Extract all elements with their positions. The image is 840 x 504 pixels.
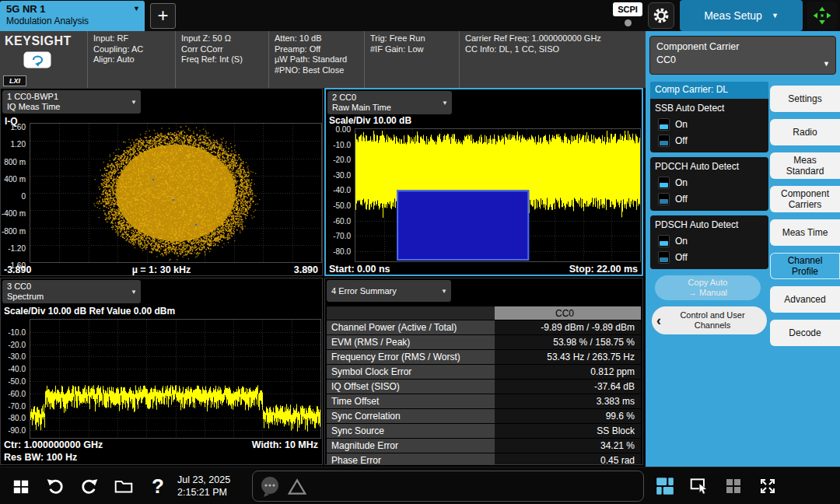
y-axis-tick: -1.20 xyxy=(8,244,26,253)
metric-value: SS Block xyxy=(495,424,641,438)
toggle-option-label: On xyxy=(675,236,688,247)
window-1-title-line2: IQ Meas Time xyxy=(7,102,125,112)
copy-auto-to-manual-button[interactable]: Copy Auto → Manual xyxy=(655,275,761,300)
triangle-annotation-button[interactable] xyxy=(287,477,307,500)
w1-ticks: 1.601.20800 m400 m0-400 m-800 m-1.20-1.6… xyxy=(1,126,28,268)
toggle-column: Comp Carrier: DL SSB Auto DetectOnOffPDC… xyxy=(650,82,768,334)
raw-main-time-canvas[interactable] xyxy=(355,129,640,261)
system-settings-button[interactable] xyxy=(648,2,674,29)
window-4-error-summary: 4 Error Summary ▼ CC0Channel Power (Acti… xyxy=(324,278,643,465)
window-1-title-dropdown[interactable]: 1 CC0-BWP1 IQ Meas Time ▼ xyxy=(2,90,141,114)
window-4-title-dropdown[interactable]: 4 Error Summary ▼ xyxy=(327,280,451,302)
scpi-indicator[interactable]: SCPI xyxy=(613,2,642,26)
toggle-option-pdsch-auto-detect-off[interactable]: Off xyxy=(650,249,768,265)
menu-tab-meas-standard[interactable]: Meas Standard xyxy=(770,152,840,179)
time-label: 2:15:21 PM xyxy=(177,486,230,499)
component-carrier-label: Component Carrier xyxy=(656,40,829,54)
metric-value: 53.98 % / 158.75 % xyxy=(495,335,641,349)
annotation-bar xyxy=(252,471,644,502)
window-3-title-dropdown[interactable]: 3 CC0 Spectrum ▼ xyxy=(2,280,141,303)
metric-label: Sync Correlation xyxy=(327,409,495,423)
menu-tab-component-carriers[interactable]: Component Carriers xyxy=(770,186,840,212)
metric-value: 53.43 Hz / 263.75 Hz xyxy=(495,350,641,364)
gear-icon xyxy=(652,6,670,25)
toggle-option-ssb-auto-detect-on[interactable]: On xyxy=(650,116,768,132)
analyzer-screen: 5G NR 1 Modulation Analysis ▼ + SCPI Mea… xyxy=(0,0,840,504)
y-axis-tick: -70.0 xyxy=(8,402,26,411)
control-and-user-channels-button[interactable]: ‹ Control and User Channels xyxy=(652,306,767,334)
file-button[interactable] xyxy=(109,471,138,501)
toggle-option-pdcch-auto-detect-off[interactable]: Off xyxy=(650,191,768,207)
y-axis-tick: -20.0 xyxy=(333,156,351,164)
window-2-raw-main-time: 2 CC0 Raw Main Time ▼ Scale/Div 10.00 dB… xyxy=(324,88,643,276)
y-axis-tick: -60.0 xyxy=(333,217,351,226)
table-row: EVM (RMS / Peak)53.98 % / 158.75 % xyxy=(327,335,641,350)
toggle-group-label: PDCCH Auto Detect xyxy=(650,159,768,174)
raw-main-time-plot-area xyxy=(355,128,641,262)
help-icon: ? xyxy=(152,474,164,499)
spectrum-canvas[interactable] xyxy=(30,320,320,438)
instrument-header: KEYSIGHT LXI Input: RFCoupling: ACAlign:… xyxy=(0,31,646,88)
toggle-option-label: On xyxy=(675,177,688,188)
iq-constellation-canvas[interactable] xyxy=(30,124,321,262)
datetime-display[interactable]: Jul 23, 2025 2:15:21 PM xyxy=(177,474,230,499)
screen-capture-button[interactable] xyxy=(684,471,714,501)
undo-button[interactable] xyxy=(40,471,70,501)
y-axis-tick: 400 m xyxy=(4,175,26,184)
metric-value: 0.812 ppm xyxy=(495,365,641,379)
metric-value: CC0 xyxy=(495,306,641,320)
menu-tab-decode[interactable]: Decode xyxy=(770,320,840,346)
toggle-option-label: On xyxy=(675,119,688,130)
w2-stop-label: Stop: 22.00 ms xyxy=(569,264,638,275)
metric-value: -9.89 dBm / -9.89 dBm xyxy=(495,320,641,334)
y-axis-tick: -30.0 xyxy=(333,171,351,180)
spectrum-plot-area xyxy=(30,319,321,439)
metric-label: Sync Source xyxy=(327,424,495,438)
windows-logo-icon xyxy=(12,478,30,495)
toggle-group-pdcch-auto-detect: PDCCH Auto DetectOnOff xyxy=(650,157,768,211)
window-2-title-dropdown[interactable]: 2 CC0 Raw Main Time ▼ xyxy=(327,91,452,114)
help-button[interactable]: ? xyxy=(143,471,173,501)
fullscreen-button[interactable] xyxy=(753,471,782,501)
menu-tab-radio[interactable]: Radio xyxy=(770,119,840,145)
window-3-spectrum: 3 CC0 Spectrum ▼ Scale/Div 10.00 dB Ref … xyxy=(0,278,323,465)
y-axis-tick: -80.0 xyxy=(8,414,26,422)
iq-plot-area xyxy=(30,123,322,263)
toggle-switch-icon xyxy=(658,177,670,189)
window-3-title-line2: Spectrum xyxy=(7,292,125,302)
toggle-option-pdcch-auto-detect-on[interactable]: On xyxy=(650,174,768,191)
meas-setup-button[interactable]: Meas Setup ▼ xyxy=(680,0,803,31)
menu-tab-advanced[interactable]: Advanced xyxy=(770,286,840,313)
toggle-option-label: Off xyxy=(675,252,688,263)
w3-center-freq: Ctr: 1.000000000 GHz xyxy=(4,439,103,450)
grid-layout-button[interactable] xyxy=(719,471,748,501)
windows-start-button[interactable] xyxy=(6,471,36,501)
menu-tab-meas-time[interactable]: Meas Time xyxy=(770,219,840,246)
add-tab-button[interactable]: + xyxy=(150,3,176,29)
metric-label: EVM (RMS / Peak) xyxy=(327,335,495,349)
menu-tab-settings[interactable]: Settings xyxy=(770,86,840,112)
table-row: Symbol Clock Error0.812 ppm xyxy=(327,365,641,380)
measurement-name: Modulation Analysis xyxy=(6,16,138,26)
scpi-label: SCPI xyxy=(613,2,642,16)
redo-button[interactable] xyxy=(75,471,104,501)
header-info-column: Carrier Ref Freq: 1.000000000 GHzCC Info… xyxy=(459,31,646,88)
menu-tab-channel-profile[interactable]: Channel Profile xyxy=(770,253,840,279)
metric-label: Channel Power (Active / Total) xyxy=(327,320,495,334)
screen-layout-button[interactable] xyxy=(807,2,837,30)
toggle-option-ssb-auto-detect-off[interactable]: Off xyxy=(650,132,768,149)
expand-arrows-icon xyxy=(758,477,777,495)
metric-label xyxy=(327,306,495,320)
toggle-option-pdsch-auto-detect-on[interactable]: On xyxy=(650,233,768,249)
window-tiles-button[interactable] xyxy=(650,471,680,501)
table-row: IQ Offset (SISO)-37.64 dB xyxy=(327,380,641,394)
toggle-group-ssb-auto-detect: SSB Auto DetectOnOff xyxy=(650,99,768,152)
w2-start-label: Start: 0.00 ns xyxy=(329,264,390,275)
component-carrier-dropdown[interactable]: Component Carrier CC0 ▼ xyxy=(649,36,836,75)
comment-bubble-button[interactable] xyxy=(259,475,282,502)
w3-rbw: Res BW: 100 Hz xyxy=(4,452,77,463)
y-axis-tick: 1.60 xyxy=(11,123,26,131)
y-axis-tick: -10.0 xyxy=(333,141,351,149)
mode-tab[interactable]: 5G NR 1 Modulation Analysis ▼ xyxy=(0,1,145,31)
window-2-title-line2: Raw Main Time xyxy=(332,103,436,113)
